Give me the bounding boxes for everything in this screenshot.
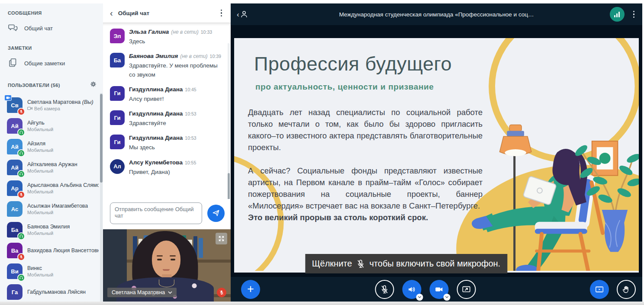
message-sender: Баянова Эмилия	[129, 53, 178, 59]
chat-message-input[interactable]	[110, 202, 202, 224]
webcam-name-label[interactable]: Светлана Маратовна	[107, 288, 177, 297]
message-avatar: Ги	[110, 110, 125, 125]
window-bottom-edge	[0, 302, 644, 305]
user-list-item[interactable]: Га	[0, 282, 103, 302]
muted-mic-badge-icon	[17, 253, 25, 261]
chat-header: ‹ Общий чат	[103, 3, 231, 22]
avatar-initials: Ги	[114, 115, 120, 121]
chat-scrollbar[interactable]	[228, 43, 230, 199]
user-name: Айзиля	[27, 141, 53, 147]
signal-bars-icon	[614, 12, 620, 17]
speaker-icon	[407, 285, 416, 294]
webcam-video[interactable]: Светлана Маратовна	[103, 229, 231, 302]
meeting-app-window: СООБЩЕНИЯ Общий чат ЗАМЕТКИ	[0, 0, 644, 305]
message-sender: Алсу Кулембетова	[129, 159, 183, 166]
users-settings-gear-icon[interactable]	[90, 80, 97, 90]
manage-users-button[interactable]: ‹	[237, 10, 249, 19]
notification-text-after: чтобы включить свой микрофон.	[369, 259, 500, 269]
user-device-label: Мобильный	[27, 231, 70, 236]
chat-message: Ба Баянова Эмилия (не в сети) 10:39 Здра…	[110, 53, 225, 79]
chat-message: Ги Гиздуллина Диана 10:53 Здравствуйте	[110, 110, 225, 128]
user-device-label: Веб камера	[27, 106, 93, 111]
chat-options-menu-icon[interactable]	[219, 8, 224, 19]
message-time: 10:53	[185, 135, 196, 141]
user-list-item[interactable]: Ай	[0, 136, 103, 157]
main-topbar: ‹ Международная студенческая олимпиада «…	[231, 3, 642, 25]
webcam-fullscreen-icon[interactable]	[216, 233, 227, 244]
avatar-initials: Ай	[11, 123, 18, 129]
user-list-item[interactable]: Ай	[0, 157, 103, 178]
avatar-initials: Ви	[11, 268, 18, 275]
slide-subtitle: про актуальность, ценности и призвание	[255, 82, 434, 92]
user-avatar: Ай	[7, 139, 23, 154]
avatar-initials: Ба	[114, 57, 121, 64]
main-options-menu-icon[interactable]	[631, 9, 637, 20]
message-avatar: Эл	[110, 29, 125, 43]
chat-back-chevron-icon[interactable]: ‹	[110, 9, 113, 17]
offline-status: (не в сети)	[171, 29, 198, 35]
message-avatar: Ал	[110, 159, 125, 174]
user-device-label: Мобильный	[27, 127, 53, 132]
user-device-label: Мобильный	[27, 168, 77, 173]
user-list-item[interactable]: Ас	[0, 199, 103, 219]
webcam-on-badge-icon	[4, 95, 12, 101]
chat-panel: ‹ Общий чат Эл Эльза Галина (не в сети)	[103, 3, 231, 302]
message-time: 10:55	[185, 160, 196, 165]
user-list-item[interactable]: Ва	[0, 240, 103, 261]
webcam-options-chevron-icon[interactable]	[443, 294, 450, 301]
chat-message: Ги Гиздуллина Диана 10:45 Алсу привет!	[110, 86, 225, 103]
public-chat-label: Общий чат	[24, 25, 53, 32]
screenshare-button[interactable]	[457, 280, 476, 299]
avatar-initials: Ва	[11, 247, 19, 254]
notes-icon	[8, 58, 18, 69]
user-list-item[interactable]: Ар	[0, 178, 103, 199]
video-camera-icon	[434, 285, 444, 294]
message-sender: Гиздуллина Диана	[129, 110, 183, 117]
presentation-film-icon	[595, 285, 604, 294]
restore-presentation-button[interactable]	[590, 280, 609, 299]
listening-badge-icon	[17, 170, 25, 178]
listening-badge-icon	[17, 274, 25, 282]
chat-message: Эл Эльза Галина (не в сети) 10:33 Здесь	[110, 29, 225, 46]
user-device-label: Мобильный	[27, 148, 53, 153]
screenshare-icon	[461, 285, 471, 294]
user-list-item[interactable]: Ай	[0, 116, 103, 136]
user-list-item[interactable]: Св	[0, 95, 103, 116]
chat-bubbles-icon	[8, 22, 18, 34]
message-avatar: Ги	[110, 86, 125, 101]
slide: Профессия будущего про актуальность, цен…	[234, 38, 639, 273]
user-avatar: Ва	[7, 243, 23, 258]
presentation-area: ‹ Международная студенческая олимпиада «…	[231, 3, 642, 302]
actions-plus-button[interactable]: +	[241, 280, 260, 299]
user-list-item[interactable]: Ба	[0, 219, 103, 240]
slide-title: Профессия будущего	[254, 53, 452, 75]
chat-message-list: Эл Эльза Галина (не в сети) 10:33 Здесь	[103, 22, 231, 199]
user-name: Айткалиева Аружан	[27, 161, 77, 167]
listening-badge-icon	[17, 232, 25, 240]
user-device-label: Мобильный	[27, 272, 53, 277]
user-name: Баянова Эмилия	[27, 224, 70, 230]
mute-toggle-button[interactable]	[375, 280, 394, 299]
avatar-initials: Ар	[11, 185, 18, 192]
avatar-initials: Эл	[113, 33, 121, 39]
connection-status-button[interactable]	[610, 7, 625, 22]
necklace	[158, 279, 174, 287]
presentation-stage: Профессия будущего про актуальность, цен…	[231, 25, 642, 277]
sidebar-item-public-chat[interactable]: Общий чат	[0, 18, 103, 39]
sidebar-item-shared-notes[interactable]: Общие заметки	[0, 53, 103, 74]
user-name: Габдульманова Ляйсян	[27, 289, 86, 295]
user-name: Винкс	[27, 265, 53, 271]
raise-hand-button[interactable]	[617, 280, 636, 299]
muted-mic-icon	[356, 259, 365, 269]
chevron-down-icon	[168, 291, 172, 294]
webcam-toggle-button[interactable]	[429, 280, 448, 299]
webcam-muted-mic-icon	[217, 288, 226, 297]
send-message-button[interactable]	[207, 205, 225, 222]
user-list-item[interactable]: Ви	[0, 261, 103, 282]
audio-options-chevron-icon[interactable]	[416, 294, 423, 301]
audio-toggle-button[interactable]	[402, 280, 421, 299]
message-text: Алсу привет!	[129, 95, 196, 103]
avatar-initials: Ай	[11, 144, 18, 150]
user-list-scrollbar[interactable]	[100, 93, 103, 302]
user-avatar: Ас	[7, 201, 23, 217]
